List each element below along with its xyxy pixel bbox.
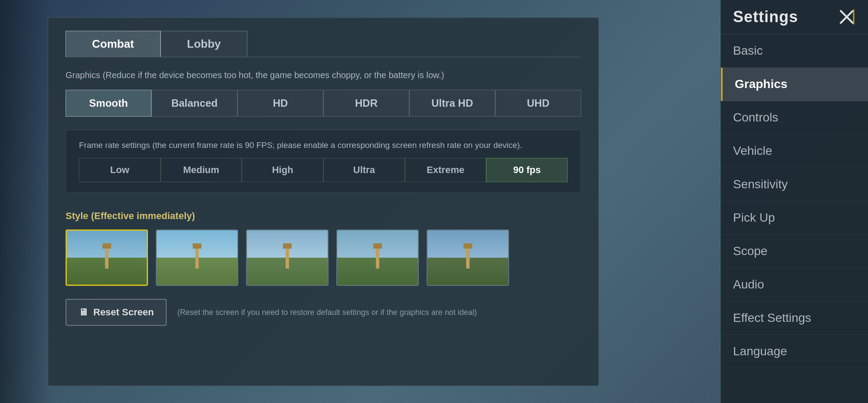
thumb-landscape-5 (427, 230, 508, 285)
sidebar-item-controls[interactable]: Controls (721, 101, 868, 134)
sidebar-item-scope-label: Scope (733, 244, 767, 258)
style-title: Style (Effective immediately) (66, 210, 581, 222)
sidebar-item-graphics[interactable]: Graphics (721, 68, 868, 101)
reset-note: (Reset the screen if you need to restore… (177, 308, 477, 317)
reset-screen-label: Reset Screen (93, 307, 154, 318)
quality-ultrahd[interactable]: Ultra HD (409, 90, 495, 117)
style-thumb-3[interactable] (246, 229, 329, 286)
framerate-info-text: Frame rate settings (the current frame r… (79, 141, 522, 150)
reset-screen-button[interactable]: 🖥 Reset Screen (66, 299, 167, 326)
style-thumb-4[interactable] (336, 229, 419, 286)
sidebar-item-effect-settings-label: Effect Settings (733, 311, 811, 325)
sidebar-item-effect-settings[interactable]: Effect Settings (721, 301, 868, 335)
fps-ultra[interactable]: Ultra (323, 158, 405, 182)
tab-combat-label: Combat (92, 37, 134, 50)
tab-lobby[interactable]: Lobby (161, 31, 247, 57)
thumb-tower-2 (195, 247, 199, 269)
sidebar-item-controls-label: Controls (733, 111, 778, 125)
sidebar-item-sensitivity-label: Sensitivity (733, 177, 788, 191)
style-thumb-2[interactable] (156, 229, 238, 286)
graphics-info: Graphics (Reduce if the device becomes t… (66, 70, 581, 80)
thumb-tower-3 (286, 247, 289, 269)
sidebar-item-vehicle[interactable]: Vehicle (721, 134, 868, 168)
sidebar-menu: Basic Graphics Controls Vehicle Sensitiv… (721, 34, 868, 403)
tab-lobby-label: Lobby (187, 37, 221, 50)
quality-hd[interactable]: HD (237, 90, 323, 117)
close-icon (839, 9, 855, 25)
fps-extreme[interactable]: Extreme (405, 158, 487, 182)
fps-high[interactable]: High (242, 158, 323, 182)
sidebar-item-pickup[interactable]: Pick Up (721, 201, 868, 235)
thumb-tower-1 (105, 247, 108, 269)
sidebar-item-audio-label: Audio (733, 278, 764, 292)
thumb-landscape-4 (337, 230, 418, 285)
sidebar-item-audio[interactable]: Audio (721, 268, 868, 301)
quality-uhd[interactable]: UHD (495, 90, 581, 117)
quality-hdr[interactable]: HDR (323, 90, 409, 117)
main-content: Combat Lobby Graphics (Reduce if the dev… (48, 18, 598, 339)
monitor-icon: 🖥 (79, 307, 88, 318)
style-thumb-5[interactable] (427, 229, 509, 286)
sidebar-item-basic[interactable]: Basic (721, 34, 868, 68)
close-button[interactable] (838, 8, 856, 26)
thumb-tower-4 (376, 247, 379, 269)
thumb-landscape-1 (67, 231, 147, 285)
quality-smooth[interactable]: Smooth (66, 90, 151, 117)
sidebar-item-language[interactable]: Language (721, 335, 868, 368)
sidebar-title: Settings (733, 8, 798, 26)
framerate-info: Frame rate settings (the current frame r… (79, 141, 568, 150)
fps-medium[interactable]: Medium (161, 158, 242, 182)
sidebar-item-vehicle-label: Vehicle (733, 144, 772, 158)
tabs-row: Combat Lobby (66, 31, 581, 57)
sidebar-item-pickup-label: Pick Up (733, 211, 775, 225)
sidebar-item-basic-label: Basic (733, 44, 763, 58)
bottom-bar: 🖥 Reset Screen (Reset the screen if you … (66, 299, 581, 326)
background-overlay (0, 0, 52, 403)
style-section: Style (Effective immediately) (66, 210, 581, 286)
fps-low[interactable]: Low (79, 158, 161, 182)
sidebar-item-sensitivity[interactable]: Sensitivity (721, 168, 868, 201)
fps-90[interactable]: 90 fps (486, 158, 568, 182)
sidebar-item-language-label: Language (733, 344, 787, 358)
quality-row: Smooth Balanced HD HDR Ultra HD UHD (66, 90, 581, 117)
sidebar-item-graphics-label: Graphics (735, 77, 787, 91)
right-sidebar: Settings Basic Graphics Controls Vehicle… (720, 0, 868, 403)
fps-row: Low Medium High Ultra Extreme 90 fps (79, 158, 568, 182)
style-thumbnails (66, 229, 581, 286)
style-thumb-1[interactable] (66, 229, 148, 286)
quality-balanced[interactable]: Balanced (151, 90, 237, 117)
thumb-landscape-3 (247, 230, 328, 285)
thumb-tower-5 (466, 247, 470, 269)
graphics-info-text: Graphics (Reduce if the device becomes t… (66, 70, 444, 80)
sidebar-item-scope[interactable]: Scope (721, 235, 868, 268)
sidebar-header: Settings (721, 0, 868, 34)
settings-panel: Combat Lobby Graphics (Reduce if the dev… (48, 17, 599, 386)
thumb-landscape-2 (157, 230, 237, 285)
tab-combat[interactable]: Combat (66, 31, 161, 57)
framerate-box: Frame rate settings (the current frame r… (66, 130, 581, 193)
